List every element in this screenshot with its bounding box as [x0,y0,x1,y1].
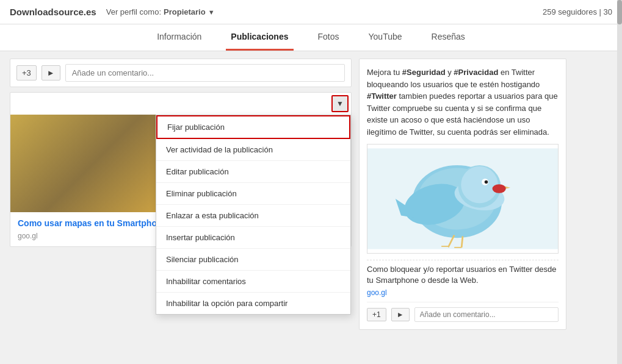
view-profile-type: Propietario [164,7,206,16]
dropdown-toggle-button[interactable]: ▼ [331,95,349,112]
main-layout: +3 ► ▼ Fijar publicación Ver actividad d… [0,51,622,344]
tab-fotos[interactable]: Fotos [313,24,344,51]
right-card: Mejora tu #Seguridad y #Privacidad en Tw… [359,59,566,330]
view-profile-selector[interactable]: Ver perfil como: Propietario ▼ [106,7,215,16]
right-card-text: Mejora tu #Seguridad y #Privacidad en Tw… [367,66,559,138]
top-bar: Downloadsource.es Ver perfil como: Propi… [0,0,622,24]
chevron-down-icon: ▼ [208,9,215,16]
right-column: Mejora tu #Seguridad y #Privacidad en Tw… [359,59,566,337]
dropdown-item-editar[interactable]: Editar publicación [156,161,350,183]
followers-count: 259 seguidores [543,7,597,16]
share-icon: ► [47,68,55,77]
post-card: ▼ Fijar publicación Ver actividad de la … [10,92,352,247]
scrollbar-thumb [617,0,622,24]
followers-extra: 30 [604,7,612,16]
comment-input-right[interactable] [414,307,559,322]
plus1-button[interactable]: +1 [367,308,386,321]
tab-youtube[interactable]: YouTube [364,24,407,51]
comment-input-top[interactable] [65,64,345,82]
post-domain: goo.gl [18,232,38,240]
right-card-link-title: Como bloquear y/o reportar usuarios en T… [367,264,559,286]
share-button-right[interactable]: ► [391,308,410,321]
site-name: Downloadsource.es [10,7,96,17]
comment-bar-top: +3 ► [10,59,352,87]
hashtag3: #Twitter [367,91,397,101]
followers-info: 259 seguidores | 30 [543,7,612,16]
left-column: +3 ► ▼ Fijar publicación Ver actividad d… [10,59,352,337]
text-part1: Mejora tu [367,68,402,77]
svg-point-9 [485,180,488,184]
twitter-bird-image [367,145,558,253]
dropdown-item-inhabilitar-compartir[interactable]: Inhabilitar la opción para compartir [156,293,350,314]
twitter-image-box [367,144,559,254]
right-card-domain: goo.gl [367,288,559,297]
followers-separator: | [599,7,604,16]
dropdown-item-inhabilitar-comentarios[interactable]: Inhabilitar comentarios [156,271,350,293]
top-bar-left: Downloadsource.es Ver perfil como: Propi… [10,7,215,17]
card-separator [367,260,559,260]
dropdown-item-enlazar[interactable]: Enlazar a esta publicación [156,205,350,227]
tab-publicaciones[interactable]: Publicaciones [226,24,293,51]
svg-point-6 [461,166,498,204]
dropdown-item-actividad[interactable]: Ver actividad de la publicación [156,139,350,161]
chevron-down-icon: ▼ [336,99,344,108]
post-card-header: ▼ [10,93,351,115]
nav-tabs: Información Publicaciones Fotos YouTube … [0,24,622,51]
dropdown-item-fijar[interactable]: Fijar publicación [156,115,350,139]
share-icon-right: ► [397,310,404,319]
plus3-button[interactable]: +3 [16,65,37,80]
scrollbar[interactable] [617,0,622,344]
view-profile-label: Ver perfil como: [106,7,161,16]
text-part2: y [446,68,454,77]
dropdown-item-silenciar[interactable]: Silenciar publicación [156,249,350,271]
right-card-footer: +1 ► [367,302,559,322]
tab-informacion[interactable]: Información [152,24,206,51]
dropdown-menu: Fijar publicación Ver actividad de la pu… [156,115,351,315]
dropdown-item-eliminar[interactable]: Eliminar publicación [156,183,350,205]
dropdown-item-insertar[interactable]: Insertar publicación [156,227,350,249]
tab-resenas[interactable]: Reseñas [427,24,470,51]
svg-point-10 [493,184,506,193]
hashtag2: #Privacidad [454,68,498,77]
hashtag1: #Seguridad [402,68,446,77]
svg-line-13 [461,236,463,247]
share-button-top[interactable]: ► [42,65,60,80]
